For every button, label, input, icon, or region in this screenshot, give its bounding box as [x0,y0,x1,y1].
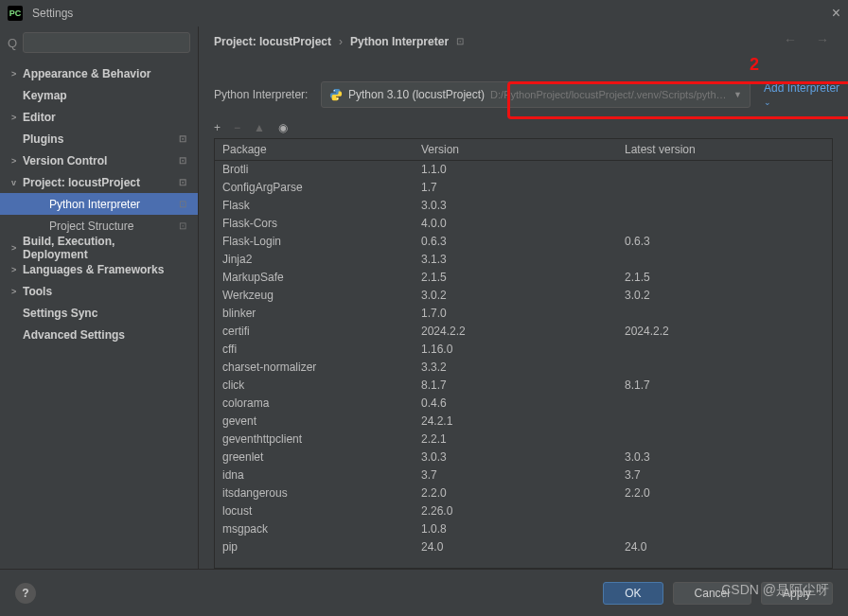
interpreter-path: D:/PythonProject/locustProject/.venv/Scr… [490,89,728,100]
tree-arrow-icon: > [11,287,23,296]
pkg-version: 2.26.0 [414,504,617,518]
sidebar-item-6[interactable]: Python Interpreter⊡ [0,193,198,215]
pkg-name: charset-normalizer [215,361,414,374]
interpreter-label: Python Interpreter: [214,88,313,101]
interpreter-select[interactable]: Python 3.10 (locustProject) D:/PythonPro… [321,81,751,108]
pkg-version: 2024.2.2 [414,325,617,338]
scope-badge-icon [179,112,190,123]
table-row[interactable]: Flask-Login0.6.30.6.3 [215,233,832,251]
ok-button[interactable]: OK [603,582,662,605]
remove-package-icon[interactable]: − [234,121,240,134]
tree-arrow-icon: v [11,178,23,187]
table-row[interactable]: Flask-Cors4.0.0 [215,215,832,233]
add-interpreter-link[interactable]: Add Interpreter ⌄ [758,81,848,108]
pkg-name: cffi [215,343,414,356]
sidebar-item-label: Languages & Frameworks [23,263,179,276]
pkg-name: blinker [215,307,414,320]
table-row[interactable]: gevent24.2.1 [215,413,832,431]
table-row[interactable]: itsdangerous2.2.02.2.0 [215,484,832,502]
apply-button[interactable]: Apply [761,582,833,605]
sidebar-item-9[interactable]: >Languages & Frameworks [0,258,198,280]
nav-arrows[interactable]: ← → [784,32,837,47]
sidebar-item-4[interactable]: >Version Control⊡ [0,150,198,171]
sidebar-item-2[interactable]: >Editor [0,106,198,128]
pkg-latest: 2024.2.2 [617,325,832,338]
sidebar-item-0[interactable]: >Appearance & Behavior [0,62,198,84]
sidebar-item-label: Appearance & Behavior [23,67,179,80]
table-row[interactable]: geventhttpclient2.2.1 [215,431,832,449]
search-input[interactable] [23,32,190,53]
sidebar-item-12[interactable]: Advanced Settings [0,324,198,345]
table-row[interactable]: Werkzeug3.0.23.0.2 [215,287,832,305]
sidebar-item-label: Version Control [23,154,179,167]
tree-arrow-icon: > [11,265,23,274]
sidebar-item-1[interactable]: Keymap [0,84,198,106]
header-latest[interactable]: Latest version [617,139,832,160]
table-row[interactable]: locust2.26.0 [215,502,832,520]
sidebar-item-label: Project: locustProject [23,176,179,189]
table-row[interactable]: msgpack1.0.8 [215,520,832,538]
add-package-icon[interactable]: + [214,121,221,134]
cancel-button[interactable]: Cancel [673,582,751,605]
pkg-name: Werkzeug [215,289,414,302]
pkg-version: 3.0.3 [414,199,617,212]
table-row[interactable]: MarkupSafe2.1.52.1.5 [215,269,832,287]
pkg-latest: 3.0.3 [617,450,832,464]
chevron-down-icon: ▼ [733,90,742,99]
sidebar-item-11[interactable]: Settings Sync [0,302,198,324]
package-table: Package Version Latest version Brotli1.1… [214,138,833,569]
table-row[interactable]: Flask3.0.3 [215,197,832,215]
table-row[interactable]: charset-normalizer3.3.2 [215,359,832,377]
scope-badge-icon: ⊡ [179,199,190,210]
dialog-footer: ? OK Cancel Apply [0,569,848,616]
sidebar-item-label: Advanced Settings [23,328,179,342]
table-row[interactable]: colorama0.4.6 [215,395,832,413]
crumb-project[interactable]: Project: locustProject [214,35,331,48]
scope-badge-icon: ⊡ [179,155,190,167]
pkg-name: Flask-Login [215,235,414,248]
sidebar-item-3[interactable]: Plugins⊡ [0,128,198,150]
sidebar-item-label: Python Interpreter [49,198,179,211]
pkg-latest: 2.2.0 [617,486,832,500]
table-row[interactable]: click8.1.78.1.7 [215,377,832,395]
table-row[interactable]: pip24.024.0 [215,538,832,556]
help-icon[interactable]: ? [15,583,36,604]
table-row[interactable]: ConfigArgParse1.7 [215,179,832,197]
sidebar-item-10[interactable]: >Tools [0,280,198,302]
pkg-version: 1.7.0 [414,307,617,320]
sidebar-item-label: Project Structure [49,220,179,233]
sidebar: Q >Appearance & BehaviorKeymap>EditorPlu… [0,26,199,569]
pkg-version: 4.0.0 [414,217,617,230]
table-header: Package Version Latest version [215,139,832,161]
table-row[interactable]: certifi2024.2.22024.2.2 [215,323,832,341]
pkg-name: MarkupSafe [215,271,414,284]
pkg-name: Flask [215,199,414,212]
table-row[interactable]: Jinja23.1.3 [215,251,832,269]
pkg-version: 8.1.7 [414,378,617,392]
table-row[interactable]: cffi1.16.0 [215,341,832,359]
table-row[interactable]: idna3.73.7 [215,466,832,484]
header-version[interactable]: Version [414,139,617,160]
upgrade-package-icon[interactable]: ▲ [254,121,265,134]
header-package[interactable]: Package [215,139,414,160]
pkg-version: 3.0.3 [414,450,617,464]
show-early-icon[interactable]: ◉ [278,121,288,134]
sidebar-item-label: Tools [23,285,179,298]
pkg-name: certifi [215,325,414,338]
window-title: Settings [32,7,832,20]
pkg-name: ConfigArgParse [215,181,414,194]
table-row[interactable]: Brotli1.1.0 [215,161,832,179]
svg-point-1 [337,98,338,99]
sidebar-item-label: Editor [23,111,179,124]
pkg-version: 0.4.6 [414,396,617,410]
close-icon[interactable]: × [832,5,840,22]
sidebar-item-8[interactable]: >Build, Execution, Deployment [0,237,198,258]
python-icon [329,88,343,101]
table-row[interactable]: greenlet3.0.33.0.3 [215,449,832,466]
sidebar-item-5[interactable]: vProject: locustProject⊡ [0,171,198,193]
sidebar-item-label: Settings Sync [23,307,179,320]
table-row[interactable]: blinker1.7.0 [215,305,832,323]
crumb-page: Python Interpreter [350,35,449,48]
titlebar: PC Settings × [0,0,848,26]
reset-icon[interactable]: ⊡ [456,36,464,46]
